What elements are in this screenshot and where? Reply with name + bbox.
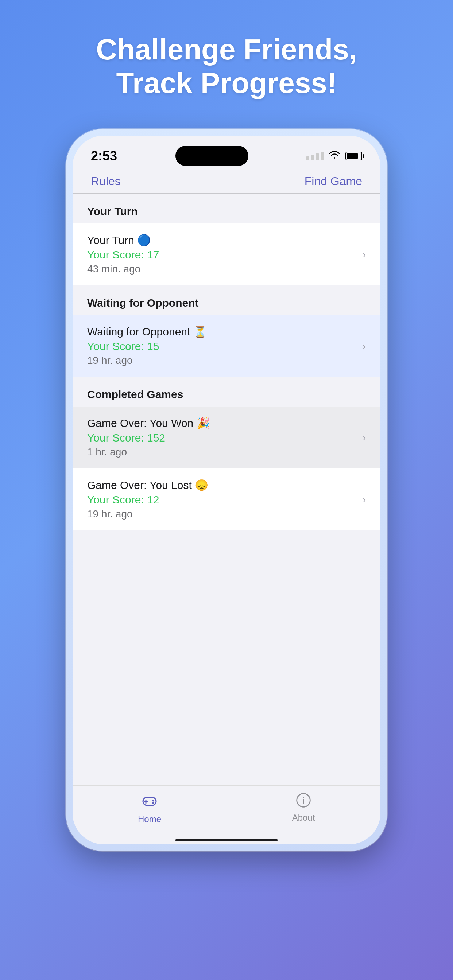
- chevron-your-turn: ›: [362, 249, 366, 261]
- card-score-row-won: Your Score: 152 ›: [87, 432, 366, 444]
- card-status-lost: Game Over: You Lost 😞: [87, 479, 366, 492]
- section-your-turn-header: Your Turn: [73, 194, 380, 223]
- page-header: Challenge Friends, Track Progress!: [74, 33, 379, 100]
- content-area: Your Turn Your Turn 🔵 Your Score: 17 › 4…: [73, 194, 380, 785]
- app-nav-bar: Rules Find Game: [73, 170, 380, 193]
- title-line2: Track Progress!: [116, 67, 337, 99]
- content-spacer: [73, 530, 380, 785]
- wifi-icon: [329, 150, 340, 162]
- card-completed-lost[interactable]: Game Over: You Lost 😞 Your Score: 12 › 1…: [73, 468, 380, 530]
- card-score-lost: Your Score: 12: [87, 494, 159, 506]
- card-score-row-lost: Your Score: 12 ›: [87, 494, 366, 506]
- card-completed-won[interactable]: Game Over: You Won 🎉 Your Score: 152 › 1…: [73, 407, 380, 468]
- card-score-row-waiting: Your Score: 15 ›: [87, 340, 366, 353]
- card-time-lost: 19 hr. ago: [87, 508, 366, 520]
- svg-point-4: [152, 802, 154, 804]
- phone-wrapper: 2:53 Rules Fin: [66, 129, 387, 851]
- card-score-row-your-turn: Your Score: 17 ›: [87, 249, 366, 261]
- chevron-won: ›: [362, 432, 366, 444]
- card-score-your-turn: Your Score: 17: [87, 249, 159, 261]
- tab-about-label: About: [292, 813, 315, 823]
- chevron-lost: ›: [362, 494, 366, 506]
- status-icons: [306, 150, 362, 162]
- svg-point-3: [152, 800, 154, 802]
- home-indicator: [175, 839, 278, 842]
- card-status-waiting: Waiting for Opponent ⏳: [87, 325, 366, 338]
- rules-link[interactable]: Rules: [91, 175, 121, 188]
- card-your-turn[interactable]: Your Turn 🔵 Your Score: 17 › 43 min. ago: [73, 223, 380, 285]
- section-completed-header: Completed Games: [73, 377, 380, 407]
- status-time: 2:53: [91, 148, 117, 164]
- title-line1: Challenge Friends,: [96, 33, 357, 65]
- card-waiting[interactable]: Waiting for Opponent ⏳ Your Score: 15 › …: [73, 315, 380, 377]
- tab-home[interactable]: Home: [73, 792, 226, 824]
- dynamic-island: [175, 146, 248, 166]
- phone-screen: 2:53 Rules Fin: [73, 135, 380, 845]
- card-status-your-turn: Your Turn 🔵: [87, 234, 366, 247]
- tab-home-label: Home: [138, 814, 161, 824]
- battery-icon: [345, 152, 362, 161]
- card-score-won: Your Score: 152: [87, 432, 165, 444]
- card-score-waiting: Your Score: 15: [87, 340, 159, 353]
- card-time-waiting: 19 hr. ago: [87, 355, 366, 366]
- section-your-turn-title: Your Turn: [87, 205, 138, 217]
- section-waiting-header: Waiting for Opponent: [73, 285, 380, 315]
- info-icon: [295, 792, 311, 810]
- card-status-won: Game Over: You Won 🎉: [87, 417, 366, 430]
- section-waiting-title: Waiting for Opponent: [87, 297, 199, 309]
- card-time-won: 1 hr. ago: [87, 446, 366, 458]
- find-game-link[interactable]: Find Game: [305, 175, 362, 188]
- chevron-waiting: ›: [362, 340, 366, 352]
- svg-point-7: [303, 797, 304, 799]
- signal-dots: [306, 152, 324, 161]
- section-completed-title: Completed Games: [87, 388, 183, 400]
- controller-icon: [141, 792, 158, 812]
- tab-about[interactable]: About: [226, 792, 380, 824]
- status-bar: 2:53: [73, 135, 380, 170]
- card-time-your-turn: 43 min. ago: [87, 263, 366, 275]
- tab-bar: Home About: [73, 785, 380, 835]
